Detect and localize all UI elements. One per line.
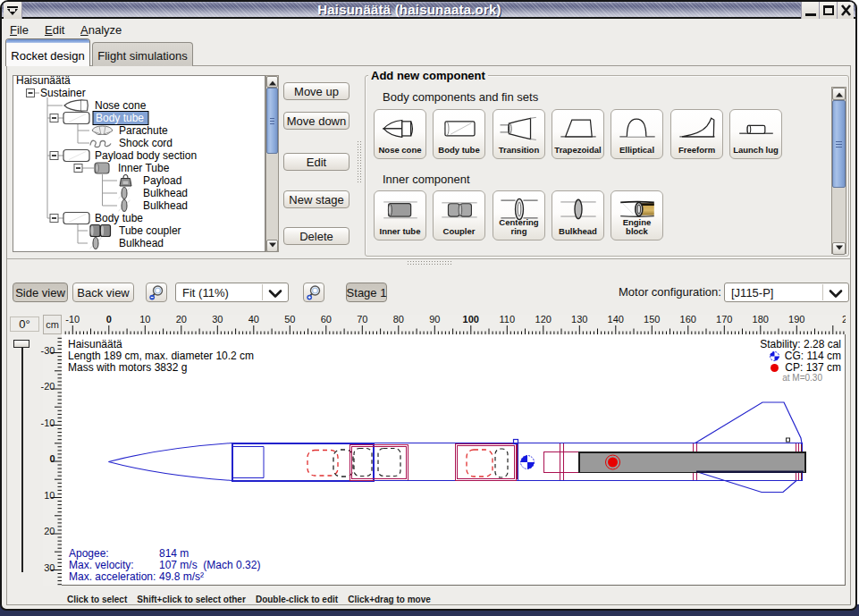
svg-text:30: 30 bbox=[212, 315, 223, 325]
svg-text:10: 10 bbox=[139, 315, 150, 325]
svg-text:40: 40 bbox=[248, 315, 259, 325]
svg-text:Shock cord: Shock cord bbox=[119, 137, 173, 149]
svg-text:180: 180 bbox=[753, 315, 769, 325]
svg-text:160: 160 bbox=[680, 315, 696, 325]
svg-text:Body tube: Body tube bbox=[96, 112, 144, 124]
svg-text:-30: -30 bbox=[41, 345, 55, 356]
svg-text:190: 190 bbox=[788, 315, 804, 325]
svg-text:110: 110 bbox=[500, 315, 516, 325]
svg-text:Inner Tube: Inner Tube bbox=[118, 162, 170, 174]
svg-text:20: 20 bbox=[176, 315, 187, 325]
svg-text:50: 50 bbox=[284, 315, 295, 325]
svg-text:20: 20 bbox=[44, 526, 55, 536]
svg-text:Bulkhead: Bulkhead bbox=[143, 199, 188, 212]
svg-text:0: 0 bbox=[49, 453, 55, 464]
svg-text:0: 0 bbox=[106, 315, 112, 325]
svg-text:-20: -20 bbox=[41, 381, 55, 392]
svg-text:120: 120 bbox=[535, 315, 552, 325]
svg-text:60: 60 bbox=[321, 315, 332, 325]
svg-text:90: 90 bbox=[429, 315, 440, 325]
svg-text:100: 100 bbox=[463, 315, 479, 325]
svg-text:170: 170 bbox=[716, 315, 732, 325]
svg-text:80: 80 bbox=[393, 315, 404, 325]
svg-text:10: 10 bbox=[44, 490, 55, 501]
svg-text:70: 70 bbox=[357, 315, 367, 325]
svg-text:30: 30 bbox=[44, 562, 55, 573]
svg-text:-10: -10 bbox=[65, 315, 80, 325]
svg-text:2: 2 bbox=[842, 315, 846, 325]
svg-text:150: 150 bbox=[644, 315, 660, 325]
svg-text:Payload: Payload bbox=[143, 174, 181, 187]
svg-text:Nose cone: Nose cone bbox=[95, 99, 147, 112]
svg-text:130: 130 bbox=[571, 315, 587, 325]
svg-text:Tube coupler: Tube coupler bbox=[119, 224, 181, 237]
svg-text:Parachute: Parachute bbox=[119, 124, 168, 137]
svg-text:Body tube: Body tube bbox=[95, 212, 143, 224]
svg-text:Bulkhead: Bulkhead bbox=[143, 187, 188, 199]
svg-text:Sustainer: Sustainer bbox=[40, 87, 86, 99]
svg-text:Payload body section: Payload body section bbox=[95, 149, 197, 162]
svg-text:Haisunäätä: Haisunäätä bbox=[16, 76, 71, 87]
svg-text:Bulkhead: Bulkhead bbox=[119, 237, 164, 249]
svg-text:-10: -10 bbox=[41, 418, 55, 428]
svg-text:140: 140 bbox=[608, 315, 624, 325]
